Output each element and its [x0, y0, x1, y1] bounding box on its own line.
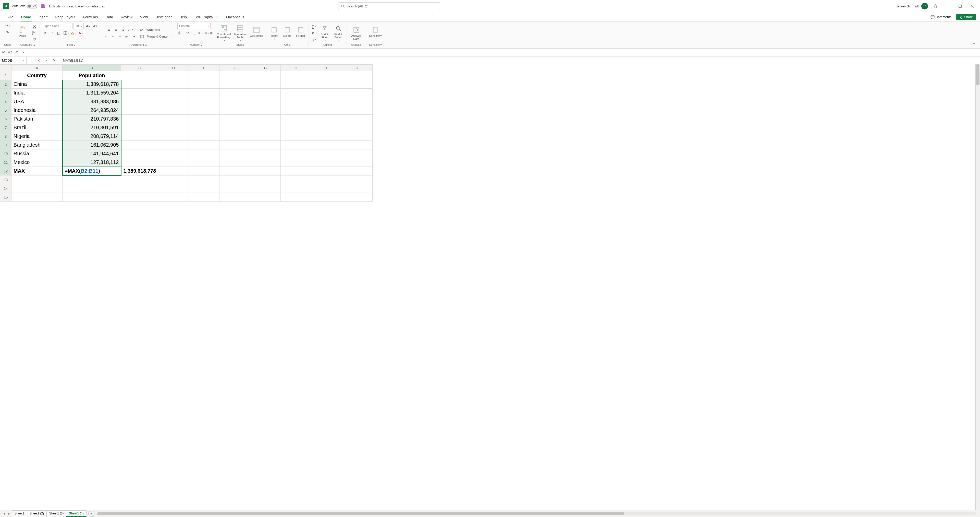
- cell-G15[interactable]: [250, 193, 281, 201]
- cell-C7[interactable]: [121, 123, 158, 132]
- cell-G14[interactable]: [250, 184, 281, 193]
- expand-formula-bar-button[interactable]: ⌄: [974, 57, 980, 64]
- format-as-table-button[interactable]: Format as Table▾: [233, 24, 248, 41]
- cancel-formula-button[interactable]: ✕: [36, 58, 42, 63]
- cell-D12[interactable]: [158, 167, 189, 176]
- cell-D8[interactable]: [158, 132, 189, 141]
- ribbon-tab-s&p-capital-iq[interactable]: S&P Capital IQ: [191, 13, 222, 21]
- column-header-H[interactable]: H: [281, 65, 311, 71]
- row-header-8[interactable]: 8: [0, 132, 11, 141]
- font-name-combo[interactable]: Open Sans▾: [42, 23, 73, 29]
- cell-H13[interactable]: [281, 176, 311, 184]
- row-header-13[interactable]: 13: [0, 176, 11, 184]
- formula-input[interactable]: =MAX(B2:B11): [59, 57, 974, 64]
- cell-B14[interactable]: [62, 184, 121, 193]
- ribbon-tab-help[interactable]: Help: [176, 13, 190, 21]
- cell-A6[interactable]: Pakistan: [11, 115, 62, 123]
- cell-G12[interactable]: [250, 167, 281, 176]
- ribbon-tab-data[interactable]: Data: [102, 13, 117, 21]
- tab-nav-prev[interactable]: ◄: [2, 512, 6, 515]
- align-center-button[interactable]: ≡: [110, 34, 116, 39]
- delete-cells-button[interactable]: Delete▾: [282, 26, 293, 40]
- cell-C6[interactable]: [121, 115, 158, 123]
- row-header-11[interactable]: 11: [0, 158, 11, 167]
- cell-F4[interactable]: [220, 97, 250, 106]
- cell-J10[interactable]: [342, 150, 372, 158]
- cell-A5[interactable]: Indonesia: [11, 106, 62, 115]
- cell-G9[interactable]: [250, 141, 281, 150]
- cell-G13[interactable]: [250, 176, 281, 184]
- fill-button[interactable]: ▼▾: [311, 30, 317, 36]
- cell-J4[interactable]: [342, 97, 372, 106]
- merge-center-button[interactable]: Merge & Center▾: [138, 34, 173, 39]
- cell-D1[interactable]: [158, 71, 189, 80]
- grid-scroll[interactable]: ABCDEFGHIJ 1CountryPopulation2China1,389…: [0, 64, 975, 510]
- ribbon-tab-view[interactable]: View: [137, 13, 151, 21]
- cell-E10[interactable]: [189, 150, 220, 158]
- cell-H7[interactable]: [281, 123, 311, 132]
- cell-H4[interactable]: [281, 97, 311, 106]
- align-bottom-button[interactable]: ≡: [120, 27, 126, 33]
- search-input[interactable]: Search (Alt+Q): [338, 2, 440, 10]
- row-header-15[interactable]: 15: [0, 193, 11, 201]
- cell-E6[interactable]: [189, 115, 220, 123]
- decrease-indent-button[interactable]: ⇤: [124, 34, 130, 39]
- row-header-12[interactable]: 12: [0, 167, 11, 176]
- cell-J11[interactable]: [342, 158, 372, 167]
- cell-D9[interactable]: [158, 141, 189, 150]
- decrease-font-button[interactable]: A▾: [92, 23, 98, 29]
- cell-F12[interactable]: [220, 167, 250, 176]
- select-all-corner[interactable]: [0, 65, 11, 71]
- column-header-J[interactable]: J: [342, 65, 372, 71]
- autosum-button[interactable]: ∑▾: [311, 24, 317, 29]
- cell-J3[interactable]: [342, 89, 372, 97]
- autosave-toggle[interactable]: AutoSave Off: [12, 4, 37, 8]
- cell-J9[interactable]: [342, 141, 372, 150]
- cell-D5[interactable]: [158, 106, 189, 115]
- share-button[interactable]: Share: [956, 14, 976, 20]
- decrease-decimal-button[interactable]: .0→.00: [206, 30, 212, 36]
- cell-A10[interactable]: Russia: [11, 150, 62, 158]
- fx-button[interactable]: fx: [51, 58, 57, 63]
- cell-D6[interactable]: [158, 115, 189, 123]
- cell-E8[interactable]: [189, 132, 220, 141]
- cell-I4[interactable]: [311, 97, 342, 106]
- worksheet-grid[interactable]: ABCDEFGHIJ 1CountryPopulation2China1,389…: [0, 64, 372, 201]
- cell-I7[interactable]: [311, 123, 342, 132]
- cell-B13[interactable]: [62, 176, 121, 184]
- cell-J8[interactable]: [342, 132, 372, 141]
- cell-A1[interactable]: Country: [11, 71, 62, 80]
- wrap-text-button[interactable]: ab Wrap Text: [138, 27, 162, 33]
- cell-B4[interactable]: 331,883,986: [62, 97, 121, 106]
- cell-B11[interactable]: 127,318,112: [62, 158, 121, 167]
- coming-soon-icon[interactable]: [931, 2, 940, 11]
- toggle-switch-icon[interactable]: Off: [27, 4, 37, 8]
- align-middle-button[interactable]: ≡: [113, 27, 119, 33]
- format-painter-button[interactable]: [32, 37, 38, 43]
- row-header-3[interactable]: 3: [0, 89, 11, 97]
- cell-A13[interactable]: [11, 176, 62, 184]
- row-header-1[interactable]: 1: [0, 71, 11, 80]
- increase-decimal-button[interactable]: .00→.0: [199, 30, 205, 36]
- cell-B12[interactable]: =MAX(B2:B11): [62, 167, 121, 176]
- row-header-4[interactable]: 4: [0, 97, 11, 106]
- cell-styles-button[interactable]: Cell Styles▾: [249, 26, 264, 40]
- cell-G6[interactable]: [250, 115, 281, 123]
- analyze-data-button[interactable]: Analyze Data: [349, 26, 364, 40]
- cell-B5[interactable]: 264,935,824: [62, 106, 121, 115]
- align-top-button[interactable]: ≡: [106, 27, 112, 33]
- cell-G3[interactable]: [250, 89, 281, 97]
- conditional-formatting-button[interactable]: Conditional Formatting▾: [216, 24, 231, 41]
- cell-C12[interactable]: 1,389,618,778: [121, 167, 158, 176]
- column-header-I[interactable]: I: [311, 65, 342, 71]
- cell-C9[interactable]: [121, 141, 158, 150]
- cell-A4[interactable]: USA: [11, 97, 62, 106]
- cell-H3[interactable]: [281, 89, 311, 97]
- column-header-B[interactable]: B: [62, 65, 121, 71]
- cell-E15[interactable]: [189, 193, 220, 201]
- qat-customize[interactable]: ▾: [20, 50, 26, 56]
- cell-J13[interactable]: [342, 176, 372, 184]
- cell-H9[interactable]: [281, 141, 311, 150]
- redo-button[interactable]: ↷: [4, 30, 11, 35]
- cell-I10[interactable]: [311, 150, 342, 158]
